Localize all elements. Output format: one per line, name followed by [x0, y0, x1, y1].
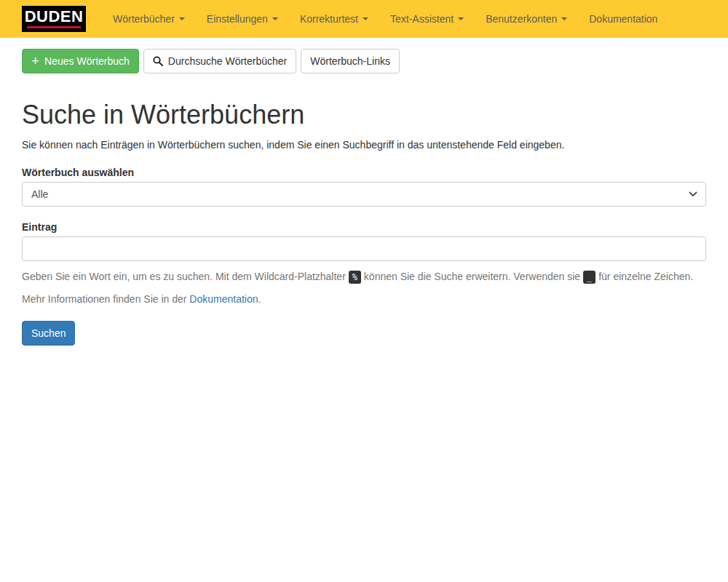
browse-dictionaries-button[interactable]: Durchsuche Wörterbücher	[143, 49, 296, 73]
wildcard-underscore-badge: _	[583, 271, 596, 284]
nav-item-label: Korrekturtest	[300, 13, 358, 25]
help-part-2: können Sie die Suche erweitern. Verwende…	[364, 271, 580, 282]
help-part-1: Geben Sie ein Wort ein, um es zu suchen.…	[22, 271, 346, 282]
dictionary-toolbar: + Neues Wörterbuch Durchsuche Wörterbüch…	[22, 49, 706, 73]
nav-item-label: Benutzerkonten	[486, 13, 557, 25]
navbar-menu: Wörterbücher Einstellungen Korrekturtest…	[102, 2, 668, 36]
new-dictionary-button[interactable]: + Neues Wörterbuch	[22, 49, 139, 73]
nav-item-label: Einstellungen	[207, 13, 268, 25]
intro-text: Sie können nach Einträgen in Wörterbüche…	[22, 137, 706, 152]
nav-item-label: Wörterbücher	[113, 13, 175, 25]
duden-logo-text: DUDEN	[25, 7, 84, 26]
caret-down-icon	[458, 17, 464, 20]
page-title: Suche in Wörterbüchern	[22, 100, 706, 130]
search-button[interactable]: Suchen	[22, 321, 75, 346]
nav-item-text-assistent[interactable]: Text-Assistent	[379, 2, 475, 36]
dictionary-select[interactable]: Alle	[22, 182, 706, 207]
nav-item-label: Dokumentation	[589, 13, 657, 25]
search-button-label: Suchen	[31, 326, 66, 340]
caret-down-icon	[179, 17, 185, 20]
dictionary-select-label: Wörterbuch auswählen	[22, 167, 706, 178]
nav-item-woerterbuecher[interactable]: Wörterbücher	[102, 2, 196, 36]
entry-help-text: Geben Sie ein Wort ein, um es zu suchen.…	[22, 266, 706, 310]
plus-icon: +	[31, 56, 39, 66]
duden-logo[interactable]: DUDEN	[22, 6, 86, 32]
help-part-4: .	[258, 293, 261, 305]
nav-item-einstellungen[interactable]: Einstellungen	[196, 2, 289, 36]
nav-item-label: Text-Assistent	[390, 13, 454, 25]
nav-item-korrekturtest[interactable]: Korrekturtest	[289, 2, 379, 36]
search-icon	[153, 56, 163, 66]
nav-item-benutzerkonten[interactable]: Benutzerkonten	[475, 2, 578, 36]
caret-down-icon	[272, 17, 278, 20]
search-row: Suchen	[22, 321, 706, 346]
dictionary-links-button[interactable]: Wörterbuch-Links	[301, 49, 400, 73]
entry-input[interactable]	[22, 236, 706, 261]
browse-dictionaries-button-label: Durchsuche Wörterbücher	[168, 54, 287, 68]
caret-down-icon	[363, 17, 368, 20]
new-dictionary-button-label: Neues Wörterbuch	[44, 54, 130, 68]
duden-logo-underline	[27, 26, 81, 28]
navbar: DUDEN Wörterbücher Einstellungen Korrekt…	[0, 0, 728, 38]
dictionary-links-button-label: Wörterbuch-Links	[310, 54, 390, 68]
wildcard-percent-badge: %	[349, 271, 361, 284]
nav-item-dokumentation[interactable]: Dokumentation	[578, 2, 668, 36]
entry-field-label: Eintrag	[22, 221, 706, 233]
dictionary-select-wrap: Alle	[22, 182, 706, 207]
main-content: + Neues Wörterbuch Durchsuche Wörterbüch…	[22, 49, 706, 346]
documentation-link[interactable]: Dokumentation	[189, 293, 258, 305]
caret-down-icon	[561, 17, 567, 20]
